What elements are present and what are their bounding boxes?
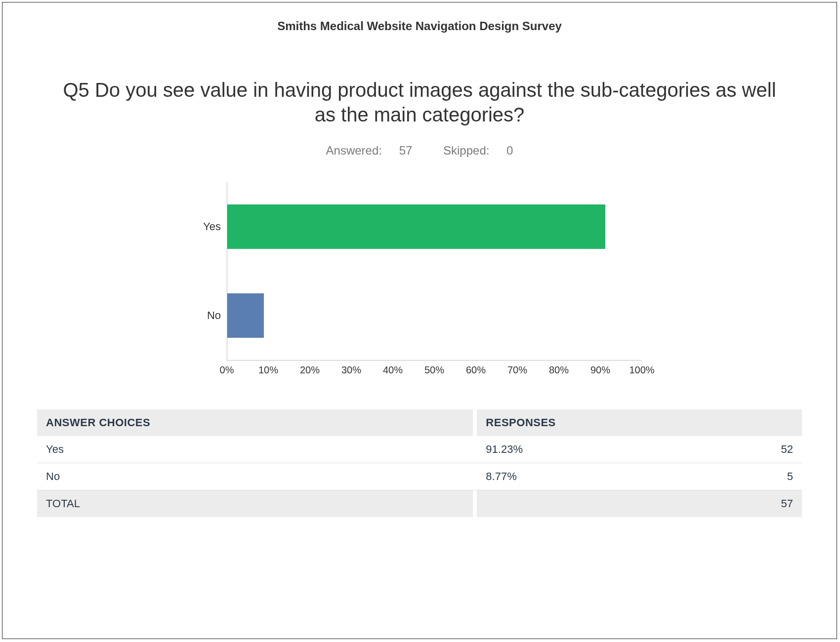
header-responses-text: RESPONSES xyxy=(486,416,555,429)
response-meta: Answered: 57 Skipped: 0 xyxy=(37,144,802,158)
survey-page: Smiths Medical Website Navigation Design… xyxy=(2,2,837,639)
chart-category-label: No xyxy=(197,309,227,322)
chart-tick-label: 50% xyxy=(424,364,444,376)
response-percent: 91.23% xyxy=(486,443,523,456)
chart-tick-label: 10% xyxy=(258,364,278,376)
answered-label-text: Answered: xyxy=(326,144,382,157)
chart-bar xyxy=(227,293,264,338)
question-text: Q5 Do you see value in having product im… xyxy=(37,78,802,127)
chart-plot-area xyxy=(227,271,642,360)
chart-row: No xyxy=(197,271,642,360)
chart-tick-label: 80% xyxy=(549,364,569,376)
chart-category-label: Yes xyxy=(197,220,227,233)
chart-tick-label: 90% xyxy=(590,364,610,376)
answered-count: 57 xyxy=(399,144,413,157)
bar-chart: YesNo0%10%20%30%40%50%60%70%80%90%100% xyxy=(197,182,642,380)
chart-tick-label: 70% xyxy=(507,364,527,376)
table-total-row: TOTAL 57 xyxy=(37,490,802,517)
skipped-label-text: Skipped: xyxy=(443,144,489,157)
response-count: 52 xyxy=(781,443,793,456)
header-responses: RESPONSES xyxy=(477,409,802,436)
total-label: TOTAL xyxy=(37,490,473,517)
header-answer-choices: ANSWER CHOICES xyxy=(37,409,473,436)
table-body: Yes91.23%52No8.77%5 xyxy=(37,436,802,490)
table-row: Yes91.23%52 xyxy=(37,436,802,463)
total-count: 57 xyxy=(781,497,793,510)
total-responses: 57 xyxy=(477,490,802,517)
chart-bar xyxy=(227,204,605,249)
table-header-row: ANSWER CHOICES RESPONSES xyxy=(37,409,802,436)
answer-response-cell: 8.77%5 xyxy=(477,463,802,490)
results-table: ANSWER CHOICES RESPONSES Yes91.23%52No8.… xyxy=(37,409,802,517)
table-row: No8.77%5 xyxy=(37,463,802,490)
answer-choice-label: No xyxy=(37,463,473,490)
chart-tick-label: 30% xyxy=(341,364,361,376)
answer-choice-label: Yes xyxy=(37,436,473,463)
chart-tick-label: 100% xyxy=(629,364,654,376)
skipped-label: Skipped: 0 xyxy=(436,144,520,157)
chart-x-axis: 0%10%20%30%40%50%60%70%80%90%100% xyxy=(197,360,642,380)
response-count: 5 xyxy=(787,470,793,483)
chart-tick-label: 40% xyxy=(383,364,403,376)
chart-tick-label: 60% xyxy=(466,364,486,376)
chart-tick-label: 0% xyxy=(220,364,234,376)
chart-row: Yes xyxy=(197,182,642,271)
survey-title: Smiths Medical Website Navigation Design… xyxy=(37,19,802,33)
chart-tick-label: 20% xyxy=(300,364,320,376)
skipped-count: 0 xyxy=(506,144,513,157)
chart-axis-line: 0%10%20%30%40%50%60%70%80%90%100% xyxy=(227,360,642,380)
response-percent: 8.77% xyxy=(486,470,516,483)
chart-plot-area xyxy=(227,182,642,271)
answer-response-cell: 91.23%52 xyxy=(477,436,802,463)
answered-label: Answered: 57 xyxy=(319,144,422,157)
